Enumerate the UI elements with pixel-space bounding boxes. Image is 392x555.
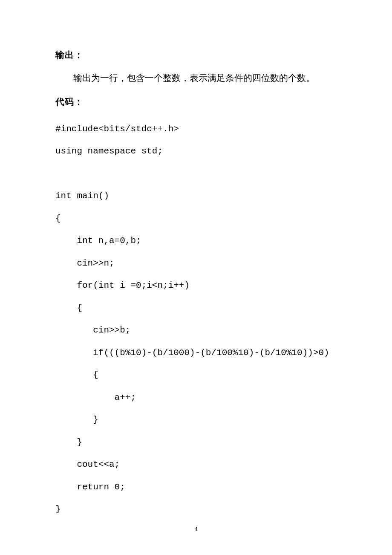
code-line: { xyxy=(55,214,61,223)
output-description: 输出为一行，包含一个整数，表示满足条件的四位数的个数。 xyxy=(55,71,337,86)
code-line: return 0; xyxy=(55,482,125,492)
code-line: for(int i =0;i<n;i++) xyxy=(55,280,190,290)
code-line: { xyxy=(55,370,98,380)
code-line: a++; xyxy=(55,393,136,402)
code-line: cout<<a; xyxy=(55,460,120,469)
code-block: #include<bits/stdc++.h> using namespace … xyxy=(55,118,337,521)
code-line: if(((b%10)-(b/1000)-(b/100%10)-(b/10%10)… xyxy=(55,348,329,358)
code-line: { xyxy=(55,303,82,313)
code-line: #include<bits/stdc++.h> xyxy=(55,124,179,134)
code-line: cin>>b; xyxy=(55,325,130,335)
code-line: } xyxy=(55,437,82,447)
code-line: cin>>n; xyxy=(55,258,115,268)
code-line: } xyxy=(55,504,61,514)
code-heading: 代码： xyxy=(55,96,337,108)
page-number: 4 xyxy=(0,526,392,533)
code-line: int n,a=0,b; xyxy=(55,236,141,246)
code-line: int main() xyxy=(55,191,109,201)
code-line: using namespace std; xyxy=(55,146,163,156)
document-page: 输出： 输出为一行，包含一个整数，表示满足条件的四位数的个数。 代码： #inc… xyxy=(0,0,392,555)
code-line: } xyxy=(55,415,98,425)
output-heading: 输出： xyxy=(55,49,337,61)
